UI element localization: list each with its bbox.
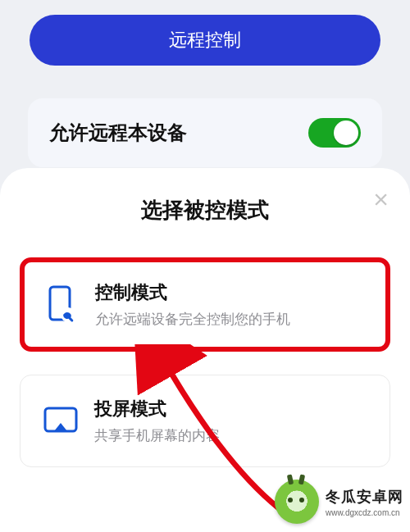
option-cast-title: 投屏模式 (94, 397, 220, 421)
cast-screen-icon (39, 406, 83, 437)
watermark: 冬瓜安卓网 www.dgxcdz.com.cn (275, 480, 403, 524)
allow-remote-card: 允许远程本设备 (28, 98, 382, 167)
svg-marker-4 (54, 423, 67, 431)
watermark-url: www.dgxcdz.com.cn (326, 508, 403, 517)
mode-select-sheet: × 选择被控模式 控制模式 允许远端设备完全控制您的手机 投屏模式 共享手机屏幕… (0, 168, 410, 532)
option-control-text: 控制模式 允许远端设备完全控制您的手机 (95, 280, 290, 329)
option-control-desc: 允许远端设备完全控制您的手机 (95, 310, 290, 329)
option-control-title: 控制模式 (95, 280, 290, 305)
allow-remote-label: 允许远程本设备 (49, 120, 187, 146)
option-control-mode[interactable]: 控制模式 允许远端设备完全控制您的手机 (20, 257, 390, 352)
watermark-title: 冬瓜安卓网 (326, 487, 403, 507)
phone-wrench-icon (39, 285, 84, 325)
remote-control-button[interactable]: 远程控制 (30, 15, 380, 66)
sheet-title: 选择被控模式 (20, 196, 390, 225)
background-controls: 远程控制 (0, 15, 410, 66)
allow-remote-toggle[interactable] (308, 118, 361, 148)
close-icon[interactable]: × (373, 186, 389, 212)
watermark-logo-icon (275, 480, 319, 524)
option-cast-text: 投屏模式 共享手机屏幕的内容 (94, 397, 220, 445)
remote-control-button-label: 远程控制 (169, 28, 241, 52)
option-cast-mode[interactable]: 投屏模式 共享手机屏幕的内容 (20, 375, 390, 467)
option-cast-desc: 共享手机屏幕的内容 (94, 426, 220, 445)
